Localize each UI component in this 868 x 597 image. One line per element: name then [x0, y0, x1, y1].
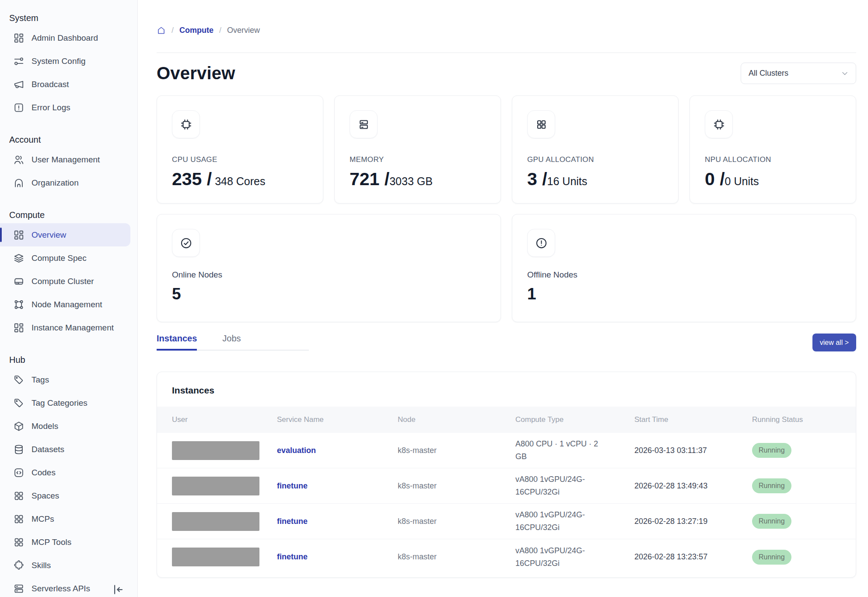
- column-header-start-time: Start Time: [634, 415, 752, 424]
- compute-type-cell: vA800 1vGPU/24G-16CPU/32Gi: [515, 473, 601, 499]
- stat-value: 3 /16 Units: [527, 169, 663, 190]
- node-card-value: 5: [172, 285, 486, 303]
- sidebar-item-error-logs[interactable]: Error Logs: [0, 96, 137, 119]
- stat-card-gpu: GPU ALLOCATION 3 /16 Units: [512, 95, 679, 204]
- sidebar-item-label: User Management: [32, 155, 100, 165]
- sidebar-item-overview[interactable]: Overview: [0, 223, 130, 246]
- node-cell: k8s-master: [398, 481, 515, 491]
- sidebar-item-organization[interactable]: Organization: [0, 171, 137, 194]
- stat-value-used: 0 /: [705, 169, 725, 189]
- sidebar-item-system-config[interactable]: System Config: [0, 49, 137, 73]
- sidebar-item-label: MCPs: [32, 514, 54, 524]
- sidebar-item-user-management[interactable]: User Management: [0, 148, 137, 171]
- service-name-link[interactable]: finetune: [277, 481, 398, 491]
- sidebar-item-label: Broadcast: [32, 80, 69, 89]
- breadcrumb-compute[interactable]: Compute: [179, 26, 214, 35]
- service-name-link[interactable]: evaluation: [277, 446, 398, 455]
- status-badge: Running: [752, 514, 791, 529]
- sidebar-item-label: Instance Management: [32, 323, 114, 333]
- tabs: Instances Jobs: [157, 334, 309, 351]
- sidebar-item-admin-dashboard[interactable]: Admin Dashboard: [0, 26, 137, 49]
- compute-type-cell: vA800 1vGPU/24G-16CPU/32Gi: [515, 509, 601, 534]
- stat-value-total: 348 Cores: [212, 175, 265, 187]
- service-name-link[interactable]: finetune: [277, 552, 398, 562]
- sidebar-item-tag-categories[interactable]: Tag Categories: [0, 391, 137, 414]
- tag-icon: [13, 397, 24, 409]
- app-window: System Admin Dashboard System Config Bro…: [0, 0, 868, 597]
- sidebar-item-instance-management[interactable]: Instance Management: [0, 316, 137, 339]
- user-redacted-placeholder: [172, 512, 259, 531]
- sidebar: System Admin Dashboard System Config Bro…: [0, 0, 138, 597]
- user-redacted-placeholder: [172, 441, 259, 460]
- sidebar-item-datasets[interactable]: Datasets: [0, 438, 137, 461]
- stat-card-memory: MEMORY 721 /3033 GB: [334, 95, 501, 204]
- alert-circle-icon: [527, 229, 555, 257]
- sidebar-item-node-management[interactable]: Node Management: [0, 293, 137, 316]
- sidebar-item-label: Spaces: [32, 491, 59, 501]
- sidebar-collapse-button[interactable]: [110, 582, 125, 597]
- stat-value-used: 235 /: [172, 169, 212, 189]
- sidebar-item-tags[interactable]: Tags: [0, 368, 137, 391]
- tabs-row: Instances Jobs view all >: [157, 334, 856, 351]
- sliders-icon: [13, 56, 24, 67]
- stat-value-used: 3 /: [527, 169, 547, 189]
- user-redacted-placeholder: [172, 477, 259, 495]
- node-cell: k8s-master: [398, 446, 515, 455]
- tab-instances[interactable]: Instances: [157, 334, 197, 351]
- dashboard-grid-icon: [13, 322, 24, 334]
- sidebar-item-skills[interactable]: Skills: [0, 554, 137, 577]
- cluster-select[interactable]: All Clusters: [741, 63, 856, 84]
- table-row: finetune k8s-master vA800 1vGPU/24G-16CP…: [157, 504, 856, 539]
- check-circle-icon: [172, 229, 200, 257]
- column-header-node: Node: [398, 415, 515, 424]
- sidebar-item-label: Models: [32, 421, 58, 431]
- breadcrumb-separator: /: [219, 26, 221, 35]
- grid-squares-icon: [13, 537, 24, 548]
- sidebar-item-label: System Config: [32, 56, 86, 66]
- grid-squares-icon: [13, 490, 24, 502]
- sidebar-item-label: Tags: [32, 375, 49, 385]
- sidebar-item-compute-spec[interactable]: Compute Spec: [0, 246, 137, 270]
- chevron-down-icon: [840, 69, 849, 78]
- stat-label: CPU USAGE: [172, 155, 308, 164]
- node-card-label: Offline Nodes: [527, 270, 841, 280]
- page-header: Overview All Clusters: [157, 63, 856, 84]
- table-row: finetune k8s-master vA800 1vGPU/24G-16CP…: [157, 468, 856, 504]
- service-name-link[interactable]: finetune: [277, 517, 398, 526]
- start-time-cell: 2026-03-13 03:11:37: [634, 446, 752, 455]
- stat-card-npu: NPU ALLOCATION 0 /0 Units: [690, 95, 856, 204]
- sidebar-item-compute-cluster[interactable]: Compute Cluster: [0, 270, 137, 293]
- stat-cards-row: CPU USAGE 235 / 348 Cores MEMORY 721 /30…: [157, 95, 856, 204]
- column-header-compute-type: Compute Type: [515, 415, 634, 424]
- sidebar-item-label: Admin Dashboard: [32, 33, 98, 43]
- stat-value: 235 / 348 Cores: [172, 169, 308, 190]
- sidebar-item-mcp-tools[interactable]: MCP Tools: [0, 530, 137, 554]
- breadcrumb: / Compute / Overview: [157, 25, 856, 36]
- column-header-user: User: [172, 415, 277, 424]
- view-all-button[interactable]: view all >: [812, 334, 856, 351]
- table-header-row: User Service Name Node Compute Type Star…: [157, 407, 856, 433]
- sidebar-item-spaces[interactable]: Spaces: [0, 484, 137, 507]
- breadcrumb-separator: /: [172, 26, 174, 35]
- sidebar-item-broadcast[interactable]: Broadcast: [0, 73, 137, 96]
- home-icon[interactable]: [157, 26, 166, 35]
- main-content: / Compute / Overview Overview All Cluste…: [138, 0, 868, 597]
- sidebar-item-label: Overview: [32, 230, 66, 240]
- megaphone-icon: [13, 79, 24, 90]
- sidebar-item-models[interactable]: Models: [0, 414, 137, 438]
- tab-jobs[interactable]: Jobs: [222, 334, 241, 351]
- table-title: Instances: [157, 372, 856, 407]
- compute-type-cell: A800 CPU · 1 vCPU · 2 GB: [515, 438, 601, 463]
- stat-value-total: 3033 GB: [389, 175, 433, 187]
- sidebar-section-compute: Compute: [0, 209, 137, 221]
- column-header-service-name: Service Name: [277, 415, 398, 424]
- stat-card-cpu: CPU USAGE 235 / 348 Cores: [157, 95, 323, 204]
- sidebar-item-codes[interactable]: Codes: [0, 461, 137, 484]
- layers-icon: [13, 253, 24, 264]
- start-time-cell: 2026-02-28 13:49:43: [634, 481, 752, 491]
- sidebar-section-system: System: [0, 12, 137, 24]
- cube-icon: [13, 421, 24, 432]
- sidebar-item-label: Organization: [32, 178, 79, 188]
- sidebar-item-mcps[interactable]: MCPs: [0, 507, 137, 530]
- collapse-icon: [111, 583, 124, 596]
